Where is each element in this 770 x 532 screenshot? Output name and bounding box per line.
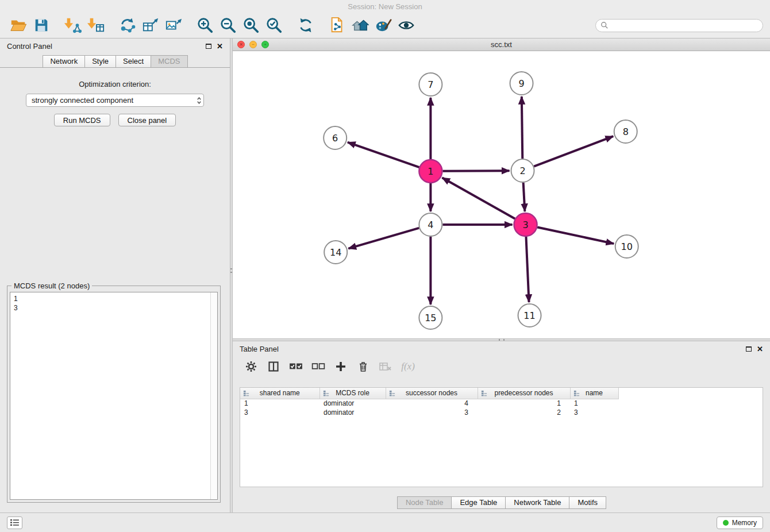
zoom-out-button[interactable]: [217, 15, 240, 36]
table-cell[interactable]: 3: [386, 408, 478, 417]
delete-column-button[interactable]: [356, 360, 370, 373]
mcds-result-text[interactable]: 13: [10, 292, 218, 500]
graph-edge-3-10[interactable]: [537, 227, 614, 244]
tab-mcds[interactable]: MCDS: [151, 55, 187, 67]
minimize-window-icon[interactable]: −: [249, 41, 257, 48]
maximize-window-icon[interactable]: +: [261, 41, 269, 48]
search-field[interactable]: [595, 19, 763, 32]
splitter-grip[interactable]: [499, 339, 505, 341]
show-column-button[interactable]: [267, 360, 280, 373]
graph-node-2[interactable]: 2: [511, 159, 534, 182]
close-panel-icon[interactable]: ✕: [757, 345, 763, 353]
table-row[interactable]: 3dominator323: [240, 408, 618, 417]
zoom-in-button[interactable]: [194, 15, 217, 36]
column-header-successor-nodes[interactable]: successor nodes: [386, 388, 478, 399]
table-row[interactable]: 1dominator411: [240, 399, 618, 408]
graphics-details-button[interactable]: [395, 15, 418, 36]
workspace: Control Panel ✕ NetworkStyleSelectMCDS O…: [0, 38, 770, 512]
column-header-shared-name[interactable]: shared name: [240, 388, 319, 399]
control-panel: Control Panel ✕ NetworkStyleSelectMCDS O…: [0, 38, 230, 512]
tab-select[interactable]: Select: [116, 55, 151, 67]
apply-style-button[interactable]: [372, 15, 395, 36]
export-image-button[interactable]: [162, 15, 185, 36]
table-cell[interactable]: 4: [386, 399, 478, 408]
graph-node-10[interactable]: 10: [615, 235, 638, 258]
table-cell[interactable]: 3: [240, 408, 319, 417]
table-cell[interactable]: dominator: [319, 408, 386, 417]
deselect-all-rows-button[interactable]: [311, 360, 325, 373]
graph-edge-3-1[interactable]: [442, 178, 515, 218]
graph-node-8[interactable]: 8: [614, 120, 637, 143]
graph-edge-1-6[interactable]: [348, 142, 419, 167]
run-mcds-button[interactable]: Run MCDS: [54, 114, 110, 126]
graph-edge-3-11[interactable]: [526, 237, 529, 302]
svg-text:3: 3: [522, 219, 528, 230]
svg-text:2: 2: [519, 165, 525, 176]
graph-node-9[interactable]: 9: [510, 72, 533, 95]
graph-node-11[interactable]: 11: [518, 304, 541, 327]
graph-node-4[interactable]: 4: [419, 213, 442, 236]
column-header-mcds-role[interactable]: MCDS role: [319, 388, 386, 399]
table-toolbar: f(x): [240, 356, 763, 377]
table-cell[interactable]: 1: [240, 399, 319, 408]
graph-node-6[interactable]: 6: [324, 126, 346, 149]
graph-node-7[interactable]: 7: [419, 73, 442, 96]
save-session-button[interactable]: [30, 15, 53, 36]
graph-edge-4-14[interactable]: [348, 228, 419, 249]
table-cell[interactable]: 3: [570, 408, 618, 417]
graph-node-15[interactable]: 15: [419, 306, 442, 329]
table-settings-button[interactable]: [244, 360, 258, 373]
close-window-icon[interactable]: ✕: [237, 41, 245, 48]
import-table-button[interactable]: [84, 15, 107, 36]
column-header-name[interactable]: name: [570, 388, 618, 399]
export-network-button[interactable]: [116, 15, 139, 36]
optimization-criterion-dropdown[interactable]: strongly connected component: [26, 94, 204, 107]
close-panel-icon[interactable]: ✕: [217, 43, 223, 50]
zoom-fit-button[interactable]: [240, 15, 263, 36]
horizontal-splitter[interactable]: [233, 338, 770, 341]
select-all-rows-button[interactable]: [289, 360, 303, 373]
table-cell[interactable]: dominator: [319, 399, 386, 408]
search-icon: [600, 21, 609, 29]
delete-table-icon: [379, 362, 392, 371]
graph-node-3[interactable]: 3: [514, 213, 537, 236]
graph-node-1[interactable]: 1: [419, 160, 442, 183]
tab-node-table[interactable]: Node Table: [397, 496, 452, 509]
scrollbar-track[interactable]: [210, 292, 217, 499]
close-panel-button[interactable]: Close panel: [118, 114, 176, 126]
open-session-button[interactable]: [7, 15, 30, 36]
float-panel-icon[interactable]: [206, 44, 211, 49]
function-builder-button[interactable]: f(x): [401, 360, 415, 373]
table-cell[interactable]: 2: [478, 408, 570, 417]
export-table-button[interactable]: [139, 15, 162, 36]
graph-edge-2-3[interactable]: [523, 183, 525, 211]
graph-edge-2-8[interactable]: [534, 136, 613, 166]
network-from-selection-button[interactable]: [326, 15, 349, 36]
table-cell[interactable]: 1: [570, 399, 618, 408]
task-history-button[interactable]: [7, 516, 22, 529]
tab-network[interactable]: Network: [43, 55, 85, 67]
tab-motifs[interactable]: Motifs: [569, 496, 606, 509]
tab-network-table[interactable]: Network Table: [505, 496, 569, 509]
delete-table-button[interactable]: [379, 360, 392, 373]
node-table-container: shared nameMCDS rolesuccessor nodesprede…: [240, 387, 763, 487]
graph-edge-1-2[interactable]: [442, 171, 509, 171]
float-panel-icon[interactable]: [746, 346, 752, 352]
graph-node-14[interactable]: 14: [324, 241, 347, 264]
tab-style[interactable]: Style: [84, 55, 116, 67]
refresh-view-button[interactable]: [294, 15, 317, 36]
column-header-predecessor-nodes[interactable]: predecessor nodes: [478, 388, 570, 399]
splitter-grip[interactable]: [230, 268, 232, 273]
home-button[interactable]: [349, 15, 372, 36]
import-network-button[interactable]: [61, 15, 84, 36]
add-column-button[interactable]: [334, 360, 348, 373]
graph-edge-2-9[interactable]: [522, 97, 522, 159]
search-input[interactable]: [611, 21, 758, 29]
tab-edge-table[interactable]: Edge Table: [451, 496, 506, 509]
table-cell[interactable]: 1: [478, 399, 570, 408]
zoom-selected-button[interactable]: [263, 15, 286, 36]
optimization-criterion-label: Optimization criterion:: [0, 80, 230, 88]
column-label: name: [586, 389, 603, 397]
network-canvas[interactable]: 7968124314101511: [233, 51, 770, 338]
memory-button[interactable]: Memory: [717, 516, 763, 529]
